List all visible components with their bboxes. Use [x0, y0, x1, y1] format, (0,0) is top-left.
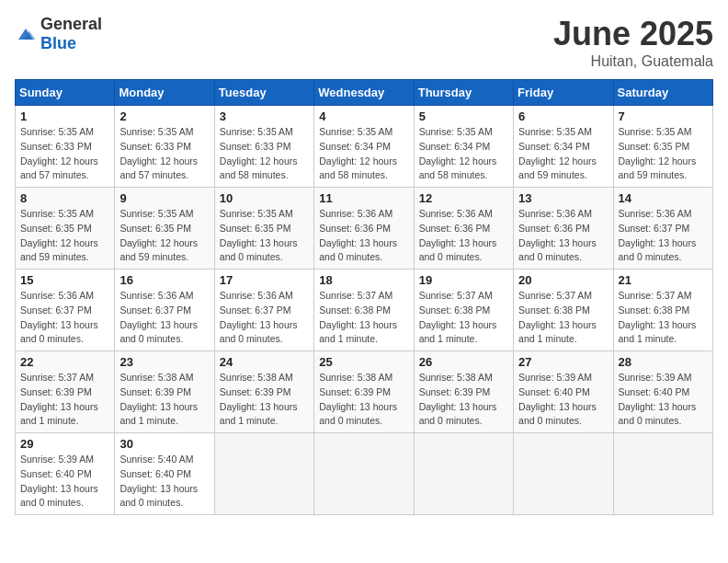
day-info: Sunrise: 5:37 AMSunset: 6:39 PMDaylight:… — [20, 371, 109, 429]
day-number: 19 — [419, 273, 508, 287]
title-area: June 2025 Huitan, Guatemala — [553, 15, 713, 70]
calendar-cell: 12 Sunrise: 5:36 AMSunset: 6:36 PMDaylig… — [414, 188, 513, 270]
calendar-cell: 9 Sunrise: 5:35 AMSunset: 6:35 PMDayligh… — [115, 188, 214, 270]
calendar-cell: 4 Sunrise: 5:35 AMSunset: 6:34 PMDayligh… — [314, 106, 414, 188]
header-sunday: Sunday — [16, 80, 115, 106]
calendar-cell: 3 Sunrise: 5:35 AMSunset: 6:33 PMDayligh… — [214, 106, 313, 188]
calendar-row: 8 Sunrise: 5:35 AMSunset: 6:35 PMDayligh… — [16, 188, 713, 270]
day-number: 25 — [319, 355, 408, 369]
day-info: Sunrise: 5:38 AMSunset: 6:39 PMDaylight:… — [220, 371, 309, 429]
calendar-cell: 16 Sunrise: 5:36 AMSunset: 6:37 PMDaylig… — [115, 270, 214, 351]
day-number: 18 — [319, 273, 408, 287]
logo-blue: Blue — [40, 34, 76, 52]
calendar-cell: 24 Sunrise: 5:38 AMSunset: 6:39 PMDaylig… — [214, 351, 313, 433]
day-number: 27 — [518, 355, 608, 369]
calendar-cell: 11 Sunrise: 5:36 AMSunset: 6:36 PMDaylig… — [314, 188, 414, 270]
day-info: Sunrise: 5:35 AMSunset: 6:34 PMDaylight:… — [518, 125, 608, 183]
day-info: Sunrise: 5:40 AMSunset: 6:40 PMDaylight:… — [119, 453, 209, 511]
logo-icon — [15, 25, 37, 43]
day-info: Sunrise: 5:36 AMSunset: 6:37 PMDaylight:… — [220, 289, 309, 347]
month-title: June 2025 — [553, 15, 713, 53]
calendar-cell: 22 Sunrise: 5:37 AMSunset: 6:39 PMDaylig… — [16, 351, 115, 433]
day-number: 1 — [20, 109, 109, 123]
day-number: 2 — [119, 109, 209, 123]
day-number: 22 — [20, 355, 109, 369]
day-info: Sunrise: 5:36 AMSunset: 6:37 PMDaylight:… — [119, 289, 209, 347]
calendar-table: Sunday Monday Tuesday Wednesday Thursday… — [15, 79, 713, 515]
calendar-cell: 10 Sunrise: 5:35 AMSunset: 6:35 PMDaylig… — [214, 188, 313, 270]
day-info: Sunrise: 5:35 AMSunset: 6:33 PMDaylight:… — [119, 125, 209, 183]
day-info: Sunrise: 5:39 AMSunset: 6:40 PMDaylight:… — [20, 453, 109, 511]
header-wednesday: Wednesday — [314, 80, 414, 106]
header-tuesday: Tuesday — [214, 80, 313, 106]
calendar-cell — [314, 433, 414, 515]
day-number: 24 — [220, 355, 309, 369]
day-info: Sunrise: 5:39 AMSunset: 6:40 PMDaylight:… — [518, 371, 608, 429]
day-number: 12 — [419, 191, 508, 205]
calendar-cell — [514, 433, 613, 515]
calendar-cell: 20 Sunrise: 5:37 AMSunset: 6:38 PMDaylig… — [514, 270, 613, 351]
day-number: 6 — [518, 109, 608, 123]
day-info: Sunrise: 5:36 AMSunset: 6:36 PMDaylight:… — [319, 207, 408, 265]
day-info: Sunrise: 5:35 AMSunset: 6:35 PMDaylight:… — [220, 207, 309, 265]
day-number: 29 — [20, 437, 109, 451]
calendar-cell: 30 Sunrise: 5:40 AMSunset: 6:40 PMDaylig… — [115, 433, 214, 515]
calendar-row: 1 Sunrise: 5:35 AMSunset: 6:33 PMDayligh… — [16, 106, 713, 188]
day-info: Sunrise: 5:36 AMSunset: 6:36 PMDaylight:… — [518, 207, 608, 265]
day-number: 13 — [518, 191, 608, 205]
day-info: Sunrise: 5:38 AMSunset: 6:39 PMDaylight:… — [419, 371, 508, 429]
day-number: 20 — [518, 273, 608, 287]
day-number: 16 — [119, 273, 209, 287]
day-info: Sunrise: 5:35 AMSunset: 6:35 PMDaylight:… — [20, 207, 109, 265]
calendar-row: 15 Sunrise: 5:36 AMSunset: 6:37 PMDaylig… — [16, 270, 713, 351]
calendar-cell: 27 Sunrise: 5:39 AMSunset: 6:40 PMDaylig… — [514, 351, 613, 433]
calendar-row: 29 Sunrise: 5:39 AMSunset: 6:40 PMDaylig… — [16, 433, 713, 515]
day-number: 7 — [619, 109, 708, 123]
calendar-cell — [214, 433, 313, 515]
calendar-cell: 18 Sunrise: 5:37 AMSunset: 6:38 PMDaylig… — [314, 270, 414, 351]
calendar-cell: 17 Sunrise: 5:36 AMSunset: 6:37 PMDaylig… — [214, 270, 313, 351]
calendar-cell: 25 Sunrise: 5:38 AMSunset: 6:39 PMDaylig… — [314, 351, 414, 433]
day-info: Sunrise: 5:37 AMSunset: 6:38 PMDaylight:… — [518, 289, 608, 347]
page-header: General Blue June 2025 Huitan, Guatemala — [15, 15, 713, 70]
day-info: Sunrise: 5:37 AMSunset: 6:38 PMDaylight:… — [419, 289, 508, 347]
day-info: Sunrise: 5:38 AMSunset: 6:39 PMDaylight:… — [319, 371, 408, 429]
day-number: 4 — [319, 109, 408, 123]
day-info: Sunrise: 5:35 AMSunset: 6:34 PMDaylight:… — [319, 125, 408, 183]
logo-text: General Blue — [40, 15, 102, 53]
day-number: 14 — [619, 191, 708, 205]
day-number: 9 — [119, 191, 209, 205]
location-title: Huitan, Guatemala — [553, 53, 713, 70]
day-info: Sunrise: 5:35 AMSunset: 6:34 PMDaylight:… — [419, 125, 508, 183]
logo-general: General — [40, 15, 102, 33]
day-info: Sunrise: 5:37 AMSunset: 6:38 PMDaylight:… — [319, 289, 408, 347]
day-info: Sunrise: 5:35 AMSunset: 6:33 PMDaylight:… — [220, 125, 309, 183]
day-info: Sunrise: 5:36 AMSunset: 6:37 PMDaylight:… — [20, 289, 109, 347]
header-saturday: Saturday — [613, 80, 712, 106]
header-friday: Friday — [514, 80, 613, 106]
day-info: Sunrise: 5:35 AMSunset: 6:35 PMDaylight:… — [119, 207, 209, 265]
day-info: Sunrise: 5:35 AMSunset: 6:33 PMDaylight:… — [20, 125, 109, 183]
calendar-cell: 19 Sunrise: 5:37 AMSunset: 6:38 PMDaylig… — [414, 270, 513, 351]
day-number: 11 — [319, 191, 408, 205]
header-monday: Monday — [115, 80, 214, 106]
calendar-cell: 13 Sunrise: 5:36 AMSunset: 6:36 PMDaylig… — [514, 188, 613, 270]
weekday-header-row: Sunday Monday Tuesday Wednesday Thursday… — [16, 80, 713, 106]
calendar-cell: 21 Sunrise: 5:37 AMSunset: 6:38 PMDaylig… — [613, 270, 712, 351]
day-number: 10 — [220, 191, 309, 205]
day-number: 17 — [220, 273, 309, 287]
calendar-body: 1 Sunrise: 5:35 AMSunset: 6:33 PMDayligh… — [16, 106, 713, 515]
day-info: Sunrise: 5:38 AMSunset: 6:39 PMDaylight:… — [119, 371, 209, 429]
calendar-cell: 29 Sunrise: 5:39 AMSunset: 6:40 PMDaylig… — [16, 433, 115, 515]
day-number: 21 — [619, 273, 708, 287]
day-number: 30 — [119, 437, 209, 451]
calendar-cell: 1 Sunrise: 5:35 AMSunset: 6:33 PMDayligh… — [16, 106, 115, 188]
calendar-cell: 23 Sunrise: 5:38 AMSunset: 6:39 PMDaylig… — [115, 351, 214, 433]
day-number: 23 — [119, 355, 209, 369]
calendar-row: 22 Sunrise: 5:37 AMSunset: 6:39 PMDaylig… — [16, 351, 713, 433]
logo: General Blue — [15, 15, 102, 53]
day-number: 5 — [419, 109, 508, 123]
header-thursday: Thursday — [414, 80, 513, 106]
calendar-cell: 6 Sunrise: 5:35 AMSunset: 6:34 PMDayligh… — [514, 106, 613, 188]
day-number: 3 — [220, 109, 309, 123]
